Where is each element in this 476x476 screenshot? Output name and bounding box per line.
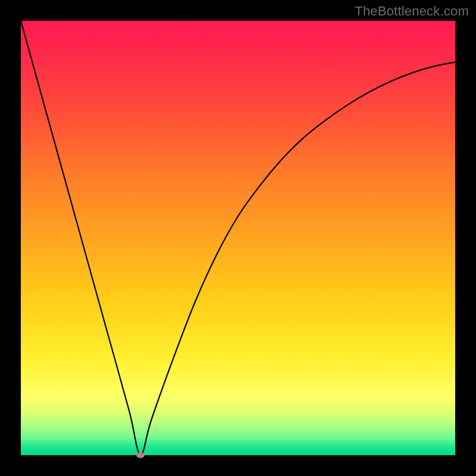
minimum-marker [136,452,145,458]
watermark-text: TheBottleneck.com [355,4,469,19]
chart-frame: TheBottleneck.com [0,0,476,476]
plot-area [21,21,455,455]
bottleneck-curve [21,21,455,455]
